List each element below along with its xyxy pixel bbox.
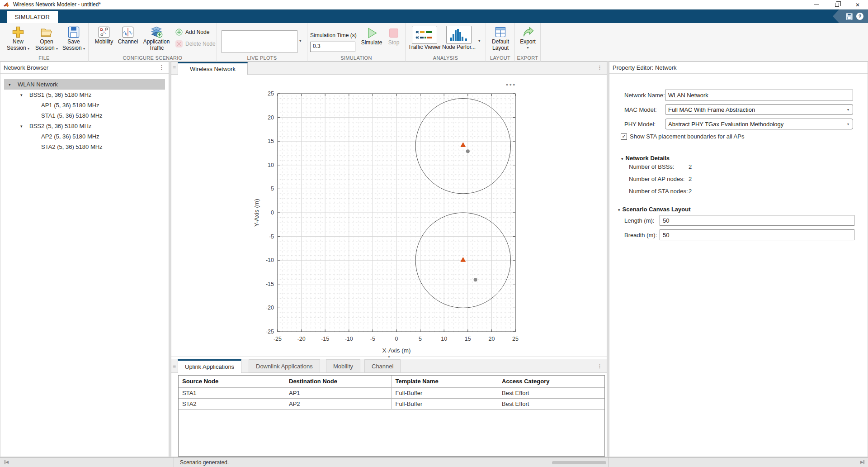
section-label-layout: LAYOUT bbox=[486, 55, 514, 61]
chevron-down-icon: ▾ bbox=[847, 108, 849, 112]
traffic-viewer-button[interactable]: Traffic Viewer bbox=[408, 26, 441, 50]
status-message: Scenario generated. bbox=[180, 459, 229, 466]
status-bar: ◀ Scenario generated. ▶ bbox=[0, 457, 868, 467]
phy-model-value: Abstract PHY TGax Evaluation Methodology bbox=[668, 121, 783, 128]
column-header[interactable]: Destination Node bbox=[285, 376, 392, 387]
breadth-label: Breadth (m): bbox=[624, 232, 660, 238]
tree-item-bss1[interactable]: ▾BSS1 (5, 36) 5180 MHz bbox=[4, 90, 165, 100]
panel-splitter[interactable]: • bbox=[171, 354, 607, 359]
table-cell[interactable]: STA1 bbox=[179, 387, 285, 398]
y-tick-label: -10 bbox=[266, 257, 274, 263]
traffic-viewer-icon bbox=[412, 26, 437, 44]
table-cell[interactable]: AP1 bbox=[285, 387, 392, 398]
expander-icon[interactable]: ▾ bbox=[20, 93, 29, 97]
table-cell[interactable]: Full-Buffer bbox=[392, 387, 498, 398]
node-performance-button[interactable]: Node Perfor... bbox=[443, 26, 475, 50]
simulate-button[interactable]: Simulate bbox=[359, 27, 384, 46]
axes-toolbar-icon[interactable]: ••• bbox=[506, 81, 516, 88]
live-plots-listbox[interactable] bbox=[222, 30, 297, 53]
live-plots-dropdown-icon[interactable]: ▾ bbox=[299, 38, 302, 43]
collapse-right-icon[interactable]: ▶ bbox=[860, 460, 864, 464]
save-icon[interactable] bbox=[846, 13, 853, 20]
tab-uplink-applications[interactable]: Uplink Applications bbox=[178, 359, 241, 373]
default-layout-icon bbox=[494, 26, 507, 38]
length-input[interactable]: 50 bbox=[660, 215, 854, 226]
tree-item-ap2[interactable]: AP2 (5, 36) 5180 MHz bbox=[4, 131, 165, 142]
help-icon[interactable]: ? bbox=[856, 13, 863, 20]
show-boundaries-checkbox[interactable]: ✓ bbox=[621, 133, 627, 140]
panel-menu-icon[interactable]: ⋮ bbox=[159, 64, 165, 71]
tree-item-ap1[interactable]: AP1 (5, 36) 5180 MHz bbox=[4, 100, 165, 110]
tree-item-sta2[interactable]: STA2 (5, 36) 5180 MHz bbox=[4, 142, 165, 152]
restore-button[interactable] bbox=[826, 0, 847, 10]
channel-button[interactable]: Channel bbox=[117, 26, 139, 45]
column-header[interactable]: Template Name bbox=[392, 376, 498, 387]
tab-simulator[interactable]: SIMULATOR bbox=[7, 11, 58, 23]
mobility-button[interactable]: Mobility bbox=[92, 26, 116, 45]
network-name-input[interactable]: WLAN Network bbox=[665, 90, 853, 100]
tree-item-label: AP2 (5, 36) 5180 MHz bbox=[41, 133, 99, 140]
tree-item-sta1[interactable]: STA1 (5, 36) 5180 MHz bbox=[4, 110, 165, 121]
application-traffic-button[interactable]: Application Traffic bbox=[140, 26, 173, 51]
section-live-plots: ▾ LIVE PLOTS bbox=[217, 23, 307, 62]
phy-model-select[interactable]: Abstract PHY TGax Evaluation Methodology… bbox=[665, 119, 853, 129]
expander-icon[interactable]: ▾ bbox=[20, 124, 29, 129]
y-axis-label: Y-Axis (m) bbox=[253, 199, 260, 227]
analysis-dropdown-icon[interactable]: ▾ bbox=[478, 38, 481, 43]
x-tick-label: 20 bbox=[488, 336, 495, 342]
default-layout-button[interactable]: Default Layout bbox=[490, 26, 511, 51]
table-cell[interactable]: STA2 bbox=[179, 398, 285, 409]
expander-icon[interactable]: ▾ bbox=[9, 82, 18, 87]
toolstrip: New Session ▾ Open Session ▾ Save Sessio… bbox=[0, 23, 868, 62]
checkmark-icon: ✓ bbox=[622, 133, 626, 139]
table-row[interactable]: STA1AP1Full-BufferBest Effort bbox=[179, 387, 604, 398]
chevron-down-icon: ▾ bbox=[527, 46, 528, 50]
tab-mobility[interactable]: Mobility bbox=[326, 359, 360, 373]
chevron-down-icon: ▾ bbox=[847, 123, 849, 126]
add-node-button[interactable]: Add Node bbox=[175, 29, 214, 36]
new-session-button[interactable]: New Session ▾ bbox=[5, 26, 31, 51]
column-header[interactable]: Source Node bbox=[179, 376, 285, 387]
scenario-canvas-section-header[interactable]: ▾Scenario Canvas Layout bbox=[618, 206, 691, 213]
table-cell[interactable]: Full-Buffer bbox=[392, 398, 498, 409]
open-session-label1: Open bbox=[40, 38, 53, 45]
column-header[interactable]: Access Category bbox=[498, 376, 605, 387]
bottom-tabstrip: ≡ Uplink ApplicationsDownlink Applicatio… bbox=[171, 359, 607, 373]
table-cell[interactable]: Best Effort bbox=[498, 387, 605, 398]
tree-item-wlan[interactable]: ▾WLAN Network bbox=[4, 79, 165, 90]
breadth-input[interactable]: 50 bbox=[660, 229, 854, 240]
table-row[interactable]: STA2AP2Full-BufferBest Effort bbox=[179, 398, 604, 409]
num-bss-value: 2 bbox=[689, 163, 692, 170]
simulation-time-input[interactable]: 0.3 bbox=[310, 42, 355, 52]
network-canvas[interactable]: -25-25-20-20-15-15-10-10-5-5005510101515… bbox=[171, 75, 607, 357]
tab-downlink-applications[interactable]: Downlink Applications bbox=[249, 359, 320, 373]
mac-model-select[interactable]: Full MAC With Frame Abstraction ▾ bbox=[665, 104, 853, 115]
network-details-section-header[interactable]: ▾Network Details bbox=[621, 155, 670, 162]
node-sta1[interactable] bbox=[466, 149, 470, 153]
add-node-icon bbox=[175, 29, 183, 36]
applications-table-wrap: Source NodeDestination NodeTemplate Name… bbox=[178, 375, 605, 457]
play-icon bbox=[365, 27, 378, 39]
tabstrip-grip-icon[interactable]: ≡ bbox=[173, 65, 176, 71]
section-configure-scenario: Mobility Channel Application Traffic bbox=[89, 23, 217, 62]
export-button[interactable]: Export ▾ bbox=[518, 26, 538, 50]
save-session-button[interactable]: Save Session ▾ bbox=[61, 26, 86, 51]
tabstrip-grip-icon[interactable]: ≡ bbox=[173, 363, 176, 369]
tree-item-bss2[interactable]: ▾BSS2 (5, 36) 5180 MHz bbox=[4, 121, 165, 131]
chevron-down-icon: ▾ bbox=[28, 47, 29, 51]
tab-channel[interactable]: Channel bbox=[364, 359, 401, 373]
node-ap1[interactable] bbox=[460, 142, 466, 147]
close-button[interactable]: ✕ bbox=[847, 0, 868, 10]
bottom-panel-menu-icon[interactable]: ⋮ bbox=[597, 362, 603, 369]
collapse-left-icon[interactable]: ◀ bbox=[5, 460, 9, 464]
node-sta2[interactable] bbox=[474, 278, 477, 281]
table-cell[interactable]: AP2 bbox=[285, 398, 392, 409]
open-session-button[interactable]: Open Session ▾ bbox=[34, 26, 59, 51]
tab-wireless-network[interactable]: Wireless Network bbox=[178, 62, 248, 75]
minimize-button[interactable] bbox=[806, 0, 826, 10]
table-cell[interactable]: Best Effort bbox=[498, 398, 605, 409]
canvas-menu-icon[interactable]: ⋮ bbox=[597, 64, 603, 71]
horizontal-scrollbar-thumb[interactable] bbox=[552, 461, 606, 464]
node-ap2[interactable] bbox=[460, 257, 466, 262]
y-tick-label: -15 bbox=[266, 281, 274, 287]
